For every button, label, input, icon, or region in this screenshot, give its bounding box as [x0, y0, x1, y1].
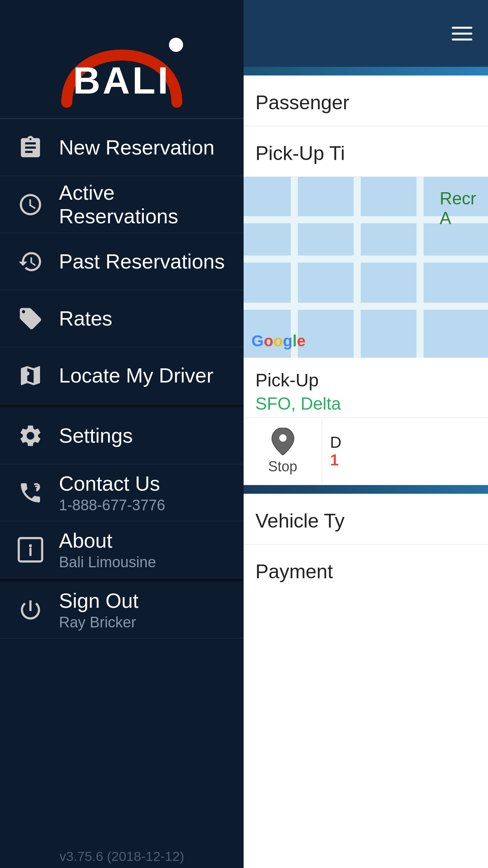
stop-row: Stop D 1: [244, 418, 488, 485]
rates-label: Rates: [59, 307, 112, 330]
stop-right: D 1: [322, 418, 349, 485]
sidebar-item-contact[interactable]: Contact Us 1-888-677-3776: [0, 464, 244, 521]
sidebar-nav: New Reservation Active Reservations Past…: [0, 119, 244, 841]
sidebar-item-about[interactable]: About Bali Limousine: [0, 521, 244, 578]
logo-text: BALI: [73, 59, 171, 102]
map-area: Recr A Google: [244, 177, 488, 358]
signout-info: Sign Out Ray Bricker: [59, 589, 138, 631]
about-info: About Bali Limousine: [59, 529, 156, 571]
stop-cell[interactable]: Stop: [244, 418, 322, 485]
settings-label: Settings: [59, 424, 133, 447]
about-label: About: [59, 529, 156, 552]
sidebar-item-signout[interactable]: Sign Out Ray Bricker: [0, 581, 244, 638]
sidebar-item-new-reservation[interactable]: New Reservation: [0, 119, 244, 176]
past-reservations-svg: [18, 249, 43, 274]
contact-info: Contact Us 1-888-677-3776: [59, 472, 165, 514]
svg-point-1: [169, 38, 183, 52]
contact-svg: [18, 480, 43, 506]
svg-point-0: [279, 434, 286, 442]
new-reservation-svg: [18, 135, 43, 160]
stop-label: Stop: [268, 458, 297, 475]
vehicle-type-label: Vehicle Ty: [255, 510, 345, 532]
logo-container: BALI: [59, 8, 185, 110]
locate-driver-label: Locate My Driver: [59, 364, 213, 387]
payment-section[interactable]: Payment: [244, 544, 488, 595]
pickup-label: Pick-Up: [255, 370, 476, 391]
info-icon: [16, 535, 45, 565]
signout-label: Sign Out: [59, 589, 138, 612]
sidebar-item-active-reservations[interactable]: Active Reservations: [0, 176, 244, 233]
svg-point-2: [25, 371, 29, 375]
contact-phone: 1-888-677-3776: [59, 497, 165, 514]
map-road-v3: [416, 177, 424, 358]
pickup-time-label: Pick-Up Ti: [255, 142, 345, 164]
stop-pin-icon: [271, 428, 295, 455]
stop-value: 1: [330, 451, 341, 469]
new-reservation-label: New Reservation: [59, 136, 215, 159]
about-svg: [18, 537, 43, 563]
sidebar: BALI New Reservation Active Reservations: [0, 0, 244, 868]
passenger-field[interactable]: Passenger: [244, 75, 488, 126]
map-road-h3: [244, 303, 488, 310]
right-panel: Passenger Pick-Up Ti Recr A Google Pick-…: [244, 0, 488, 868]
locate-driver-svg: [18, 363, 43, 388]
sidebar-bottom: v3.75.6 (2018-12-12): [0, 841, 244, 868]
right-panel-content: Passenger Pick-Up Ti Recr A Google Pick-…: [244, 75, 488, 868]
vehicle-type-section[interactable]: Vehicle Ty: [244, 494, 488, 544]
clipboard-edit-icon: [16, 133, 45, 162]
clock-history-icon: [16, 247, 45, 276]
d-label: D: [330, 434, 341, 451]
hamburger-menu[interactable]: [452, 27, 472, 40]
sidebar-logo: BALI: [0, 0, 244, 118]
signout-user: Ray Bricker: [59, 614, 138, 631]
map-road-h2: [244, 256, 488, 263]
topbar: [244, 0, 488, 67]
passenger-label: Passenger: [255, 92, 349, 114]
about-sublabel: Bali Limousine: [59, 554, 156, 571]
map-icon: [16, 361, 45, 390]
clock-icon: [16, 190, 45, 219]
pickup-value: SFO, Delta: [255, 394, 476, 414]
sidebar-item-past-reservations[interactable]: Past Reservations: [0, 233, 244, 290]
active-reservations-svg: [18, 192, 43, 217]
pickup-time-field[interactable]: Pick-Up Ti: [244, 126, 488, 177]
blue-divider-mid: [244, 485, 488, 494]
pickup-section[interactable]: Pick-Up SFO, Delta: [244, 358, 488, 418]
section-divider-1: [0, 404, 244, 407]
settings-svg: [18, 423, 43, 449]
map-road-v1: [291, 177, 298, 358]
past-reservations-label: Past Reservations: [59, 250, 225, 273]
contact-label: Contact Us: [59, 472, 165, 495]
version-text: v3.75.6 (2018-12-12): [0, 841, 244, 868]
rates-svg: [18, 306, 43, 331]
google-watermark: Google: [251, 332, 306, 350]
section-divider-2: [0, 578, 244, 581]
map-road-v2: [354, 177, 361, 358]
phone-icon: [16, 478, 45, 508]
payment-label: Payment: [255, 561, 333, 583]
map-overlay-text: Recr A: [440, 189, 476, 228]
gear-icon: [16, 421, 45, 451]
blue-bar-top: [244, 67, 488, 75]
tag-icon: [16, 304, 45, 333]
sidebar-item-rates[interactable]: Rates: [0, 290, 244, 347]
active-reservations-label: Active Reservations: [59, 181, 228, 228]
sidebar-item-settings[interactable]: Settings: [0, 407, 244, 464]
sidebar-item-locate-driver[interactable]: Locate My Driver: [0, 347, 244, 404]
power-icon: [16, 595, 45, 625]
signout-svg: [18, 597, 43, 623]
